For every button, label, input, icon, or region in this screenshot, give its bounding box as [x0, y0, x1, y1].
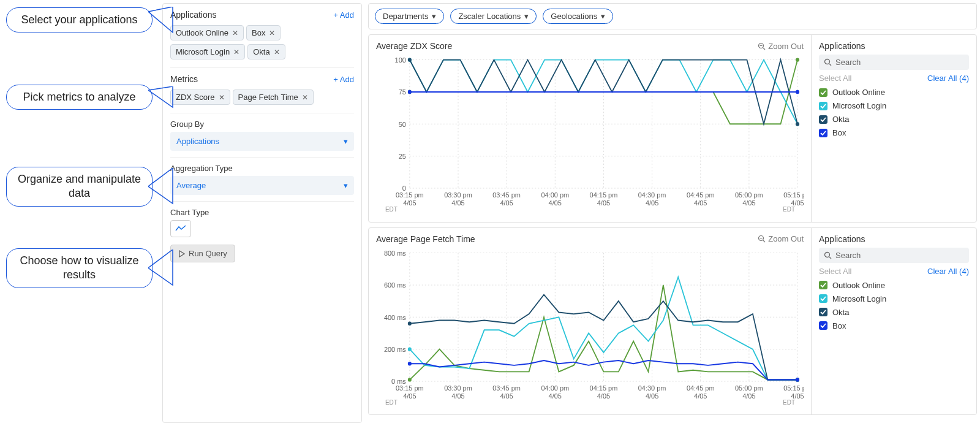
checkbox-icon[interactable]: [819, 281, 827, 289]
line-chart-icon: [175, 224, 186, 233]
zoom-out-icon: [758, 235, 766, 243]
checkbox-icon[interactable]: [819, 321, 827, 330]
clear-all-link[interactable]: Clear All (4): [927, 74, 969, 83]
chart-title: Average Page Fetch Time: [376, 234, 475, 244]
svg-text:75: 75: [399, 88, 406, 96]
callout-tail-icon: [148, 250, 176, 286]
group-by-select[interactable]: Applications ▾: [170, 132, 354, 151]
filter-pill[interactable]: Geolocations▾: [543, 9, 613, 24]
svg-text:4/05: 4/05: [646, 199, 658, 206]
search-icon: [824, 251, 832, 259]
svg-point-100: [796, 378, 799, 381]
run-query-button[interactable]: Run Query: [170, 245, 235, 262]
checkbox-icon[interactable]: [819, 308, 827, 316]
legend-title: Applications: [819, 41, 969, 51]
svg-text:04:00 pm: 04:00 pm: [541, 191, 569, 199]
svg-point-50: [825, 59, 830, 64]
svg-point-99: [408, 321, 412, 325]
aggregation-select[interactable]: Average ▾: [170, 176, 354, 195]
svg-text:05:15 pm: 05:15 pm: [783, 384, 804, 391]
chart-title: Average ZDX Score: [376, 41, 452, 51]
svg-line-51: [829, 64, 831, 66]
svg-text:4/05: 4/05: [549, 199, 562, 206]
application-chip[interactable]: Box✕: [246, 25, 281, 40]
application-chip[interactable]: Outlook Online✕: [170, 25, 244, 40]
checkbox-icon[interactable]: [819, 115, 827, 124]
checkbox-icon[interactable]: [819, 294, 827, 303]
svg-text:4/05: 4/05: [694, 199, 707, 206]
svg-text:03:15 pm: 03:15 pm: [396, 191, 424, 199]
caret-down-icon: ▾: [344, 137, 348, 146]
svg-point-95: [408, 378, 412, 381]
filter-bar: Departments▾Zscaler Locations▾Geolocatio…: [368, 3, 977, 29]
svg-text:05:00 pm: 05:00 pm: [735, 191, 763, 199]
legend-item[interactable]: Microsoft Login: [819, 101, 969, 110]
aggregation-section: Aggregation Type Average ▾: [170, 164, 354, 202]
metric-chips: ZDX Score✕Page Fetch Time✕: [170, 88, 354, 107]
legend-item[interactable]: Okta: [819, 308, 969, 317]
legend-item[interactable]: Box: [819, 321, 969, 330]
svg-text:50: 50: [399, 120, 406, 128]
remove-icon[interactable]: ✕: [274, 48, 280, 56]
applications-section: Applications Add Outlook Online✕Box✕Micr…: [170, 10, 354, 68]
filter-pill[interactable]: Departments▾: [375, 9, 444, 24]
svg-text:800 ms: 800 ms: [384, 249, 406, 256]
legend-item[interactable]: Microsoft Login: [819, 294, 969, 303]
svg-text:04:45 pm: 04:45 pm: [687, 384, 715, 391]
svg-text:04:15 pm: 04:15 pm: [590, 384, 618, 391]
svg-text:EDT: EDT: [385, 398, 398, 405]
metric-chip[interactable]: Page Fetch Time✕: [233, 90, 314, 105]
zoom-out-button[interactable]: Zoom Out: [758, 42, 804, 51]
application-chip[interactable]: Microsoft Login✕: [170, 44, 245, 59]
svg-text:04:30 pm: 04:30 pm: [638, 384, 666, 391]
application-chip[interactable]: Okta✕: [247, 44, 285, 59]
svg-text:200 ms: 200 ms: [384, 345, 406, 352]
svg-text:4/05: 4/05: [500, 199, 513, 206]
remove-icon[interactable]: ✕: [232, 29, 238, 37]
clear-all-link[interactable]: Clear All (4): [927, 267, 969, 276]
chart-svg: 025507510003:15 pm4/0503:30 pm4/0503:45 …: [376, 53, 804, 216]
add-metric-link[interactable]: Add: [333, 75, 354, 84]
svg-text:05:15 pm: 05:15 pm: [783, 191, 804, 199]
aggregation-label: Aggregation Type: [170, 164, 354, 173]
legend-item[interactable]: Okta: [819, 115, 969, 124]
caret-down-icon: ▾: [601, 12, 605, 21]
legend-search-input[interactable]: Search: [819, 248, 969, 263]
svg-text:EDT: EDT: [783, 398, 796, 405]
svg-text:4/05: 4/05: [451, 199, 464, 206]
legend-item[interactable]: Outlook Online: [819, 281, 969, 290]
main-area: Departments▾Zscaler Locations▾Geolocatio…: [368, 3, 977, 420]
svg-text:03:15 pm: 03:15 pm: [396, 384, 424, 391]
legend-item[interactable]: Outlook Online: [819, 88, 969, 97]
svg-text:04:00 pm: 04:00 pm: [541, 384, 569, 391]
metric-chip[interactable]: ZDX Score✕: [170, 90, 230, 105]
svg-text:25: 25: [399, 153, 406, 160]
chart-area: Average Page Fetch TimeZoom Out0 ms200 m…: [369, 228, 812, 415]
remove-icon[interactable]: ✕: [302, 93, 308, 102]
remove-icon[interactable]: ✕: [233, 48, 239, 56]
zoom-out-button[interactable]: Zoom Out: [758, 234, 804, 243]
chart-type-line-button[interactable]: [170, 220, 191, 237]
checkbox-icon[interactable]: [819, 102, 827, 110]
checkbox-icon[interactable]: [819, 88, 827, 97]
legend-search-input[interactable]: Search: [819, 55, 969, 70]
remove-icon[interactable]: ✕: [269, 29, 275, 37]
select-all-link[interactable]: Select All: [819, 267, 851, 276]
svg-text:100: 100: [395, 56, 406, 64]
chart-block: Average Page Fetch TimeZoom Out0 ms200 m…: [368, 227, 977, 416]
callout-tail-icon: [148, 86, 176, 109]
config-panel: Applications Add Outlook Online✕Box✕Micr…: [162, 3, 362, 423]
legend-item[interactable]: Box: [819, 128, 969, 137]
svg-text:4/05: 4/05: [646, 392, 658, 399]
filter-pill[interactable]: Zscaler Locations▾: [450, 9, 537, 24]
add-application-link[interactable]: Add: [333, 10, 354, 20]
svg-text:EDT: EDT: [783, 206, 796, 213]
svg-text:4/05: 4/05: [451, 392, 464, 399]
callout-apps: Select your applications: [6, 7, 153, 32]
svg-text:EDT: EDT: [385, 206, 398, 213]
select-all-link[interactable]: Select All: [819, 74, 851, 83]
svg-point-49: [408, 90, 412, 94]
checkbox-icon[interactable]: [819, 129, 827, 137]
remove-icon[interactable]: ✕: [219, 93, 225, 102]
chart-area: Average ZDX ScoreZoom Out025507510003:15…: [369, 35, 812, 222]
